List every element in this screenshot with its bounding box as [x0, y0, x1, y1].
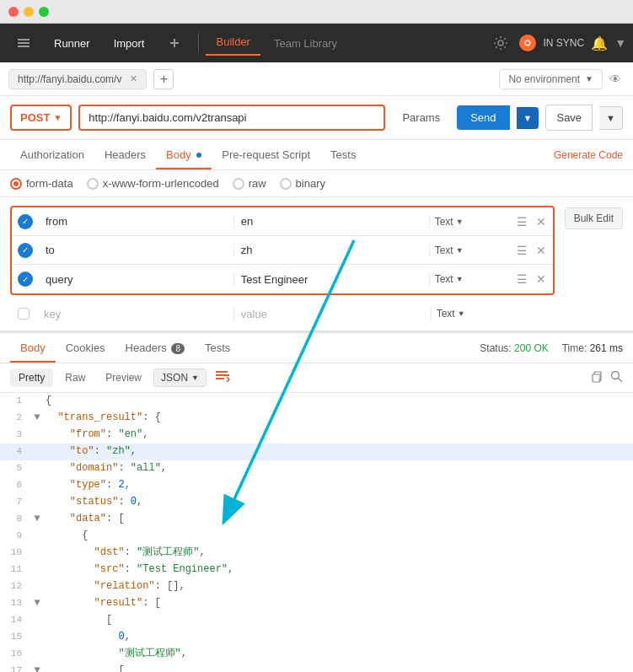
- minimize-button[interactable]: [24, 7, 34, 17]
- svg-line-12: [619, 379, 623, 383]
- svg-rect-2: [18, 46, 30, 47]
- svg-rect-4: [174, 39, 175, 47]
- row3-check-icon: ✓: [18, 271, 33, 287]
- import-button[interactable]: Import: [104, 30, 155, 56]
- row2-menu-icon[interactable]: ☰: [515, 242, 529, 259]
- code-line: 13 ▼ "result": [: [0, 595, 633, 612]
- row1-type[interactable]: Text ▼: [430, 216, 506, 228]
- resp-tab-cookies[interactable]: Cookies: [56, 335, 115, 363]
- row3-menu-icon[interactable]: ☰: [515, 271, 529, 288]
- resp-tab-tests[interactable]: Tests: [195, 335, 240, 363]
- raw-view-button[interactable]: Raw: [56, 368, 94, 387]
- sync-dot: [519, 35, 536, 51]
- resp-tab-body[interactable]: Body: [10, 335, 56, 363]
- row1-delete-icon[interactable]: ✕: [534, 213, 548, 230]
- method-dropdown[interactable]: POST ▼: [10, 105, 72, 131]
- row1-menu-icon[interactable]: ☰: [515, 213, 529, 230]
- new-row-key[interactable]: key: [37, 308, 234, 320]
- row2-type-chevron-icon: ▼: [456, 246, 464, 255]
- wrap-lines-button[interactable]: [210, 368, 235, 387]
- env-dropdown[interactable]: No environment ▼: [499, 69, 603, 89]
- row1-type-chevron-icon: ▼: [456, 218, 464, 226]
- new-row-checkbox: [10, 308, 37, 320]
- tab-tests[interactable]: Tests: [320, 142, 366, 169]
- save-dropdown-button[interactable]: ▼: [599, 106, 623, 130]
- code-line: 11 "src": "Test Engineer",: [0, 562, 633, 578]
- form-data-table: ✓ from en Text ▼: [10, 206, 555, 295]
- notifications-bell-icon[interactable]: 🔔: [591, 35, 608, 51]
- urlencoded-radio[interactable]: x-www-form-urlencoded: [87, 177, 219, 190]
- tab-headers[interactable]: Headers: [94, 142, 156, 169]
- toolbar-divider: [198, 33, 199, 53]
- request-section: POST ▼ Params Send ▼ Save ▼ Aut: [0, 96, 633, 331]
- search-response-button[interactable]: [610, 370, 623, 385]
- maximize-button[interactable]: [39, 7, 49, 17]
- row2-delete-icon[interactable]: ✕: [534, 242, 548, 259]
- code-line: 3 "from": "en",: [0, 427, 633, 444]
- row2-checkbox[interactable]: ✓: [12, 243, 39, 258]
- new-row-type-chevron-icon: ▼: [458, 309, 465, 318]
- tab-authorization[interactable]: Authorization: [10, 142, 94, 169]
- urlencoded-radio-circle: [87, 178, 99, 190]
- tab-close-icon[interactable]: ✕: [130, 73, 137, 84]
- add-tab-button[interactable]: +: [153, 69, 174, 89]
- env-eye-icon[interactable]: 👁: [606, 69, 625, 89]
- method-chevron-icon: ▼: [53, 113, 62, 122]
- row2-value[interactable]: zh: [234, 244, 430, 256]
- row1-value[interactable]: en: [234, 215, 430, 228]
- time-value: 261 ms: [590, 342, 623, 354]
- url-tab[interactable]: http://fanyi.baidu.com/v ✕: [8, 69, 147, 89]
- row3-checkbox[interactable]: ✓: [12, 271, 39, 287]
- code-view[interactable]: 1 { 2 ▼ "trans_result": { 3 "from": "en"…: [0, 393, 633, 672]
- svg-rect-0: [18, 39, 30, 40]
- svg-rect-8: [216, 374, 229, 376]
- code-line: 2 ▼ "trans_result": {: [0, 410, 633, 427]
- generate-code-button[interactable]: Generate Code: [554, 149, 623, 161]
- builder-button[interactable]: Builder: [206, 30, 260, 56]
- binary-radio[interactable]: binary: [280, 177, 325, 190]
- copy-response-button[interactable]: [590, 370, 603, 386]
- bulk-edit-button[interactable]: Bulk Edit: [565, 207, 623, 229]
- row3-delete-icon[interactable]: ✕: [534, 271, 548, 288]
- format-selector[interactable]: JSON ▼: [153, 368, 207, 387]
- close-button[interactable]: [8, 7, 19, 17]
- main-toolbar: Runner Import Builder Team Library IN SY…: [0, 24, 633, 62]
- main-content: POST ▼ Params Send ▼ Save ▼ Aut: [0, 96, 633, 672]
- status-label: Status: 200 OK: [480, 342, 548, 354]
- new-tab-button[interactable]: [158, 30, 191, 56]
- row2-type[interactable]: Text ▼: [430, 245, 506, 256]
- new-row-value[interactable]: value: [234, 308, 432, 320]
- new-row-type[interactable]: Text ▼: [432, 308, 507, 320]
- chevron-down-icon: ▼: [585, 74, 593, 83]
- row3-type[interactable]: Text ▼: [430, 273, 506, 285]
- row2-key[interactable]: to: [39, 244, 234, 256]
- time-label: Time: 261 ms: [562, 342, 623, 354]
- send-dropdown-button[interactable]: ▼: [517, 107, 539, 129]
- toolbar-expand-icon[interactable]: ▼: [614, 36, 626, 50]
- url-input[interactable]: [78, 105, 385, 131]
- row1-actions: ☰ ✕: [506, 213, 553, 230]
- code-line: 7 "status": 0,: [0, 494, 633, 511]
- row1-checkbox[interactable]: ✓: [12, 214, 39, 229]
- pretty-view-button[interactable]: Pretty: [10, 368, 53, 387]
- tab-body[interactable]: Body: [156, 142, 212, 169]
- row3-value[interactable]: Test Engineer: [234, 273, 430, 286]
- send-button[interactable]: Send: [457, 105, 509, 130]
- settings-icon[interactable]: [489, 31, 512, 55]
- row1-key[interactable]: from: [39, 215, 234, 228]
- code-line: 9 {: [0, 528, 633, 545]
- tab-pre-request-script[interactable]: Pre-request Script: [212, 142, 320, 169]
- raw-radio-circle: [233, 178, 244, 190]
- team-library-button[interactable]: Team Library: [264, 30, 347, 56]
- preview-view-button[interactable]: Preview: [97, 368, 150, 387]
- request-tabs: Authorization Headers Body Pre-request S…: [0, 140, 633, 170]
- save-button[interactable]: Save: [545, 105, 593, 131]
- runner-button[interactable]: Runner: [44, 30, 100, 56]
- params-button[interactable]: Params: [392, 106, 450, 129]
- sidebar-toggle-button[interactable]: [7, 30, 40, 56]
- code-line: 5 "domain": "all",: [0, 460, 633, 477]
- row3-key[interactable]: query: [39, 273, 234, 286]
- raw-radio[interactable]: raw: [233, 177, 266, 190]
- resp-tab-headers[interactable]: Headers 8: [115, 335, 195, 363]
- form-data-radio[interactable]: form-data: [10, 177, 73, 190]
